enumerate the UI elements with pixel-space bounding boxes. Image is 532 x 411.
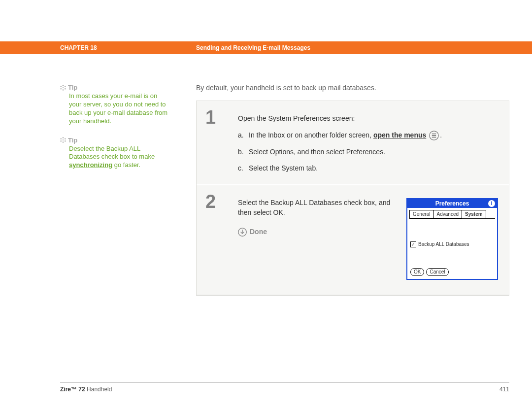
chapter-label: CHAPTER 18	[60, 44, 97, 51]
tip-text: In most cases your e-mail is on your ser…	[69, 92, 167, 125]
page: CHAPTER 18 Sending and Receiving E-mail …	[0, 0, 532, 411]
svg-point-0	[63, 85, 64, 86]
step-content: Select the Backup ALL Databases check bo…	[238, 185, 509, 295]
svg-point-7	[63, 137, 64, 138]
asterisk-icon	[60, 137, 66, 143]
svg-point-13	[63, 139, 64, 140]
tab-general[interactable]: General	[409, 210, 434, 218]
step-content: Open the System Preferences screen: a. I…	[238, 101, 509, 184]
ok-button[interactable]: OK	[410, 268, 424, 276]
steps-panel: 1 Open the System Preferences screen: a.…	[196, 101, 509, 296]
svg-point-4	[61, 88, 62, 89]
open-the-menus-link[interactable]: open the menus	[373, 131, 426, 139]
cancel-button[interactable]: Cancel	[426, 268, 448, 276]
tip: Tip In most cases your e-mail is on your…	[60, 84, 168, 126]
substep-body: In the Inbox or on another folder screen…	[249, 131, 442, 140]
substep-body: Select the System tab.	[249, 164, 318, 173]
brand-rest: Handheld	[85, 386, 112, 393]
substep-index: b.	[238, 147, 249, 157]
substep-pre: In the Inbox or on another folder screen…	[249, 131, 373, 139]
synchronizing-link[interactable]: synchronizing	[69, 161, 112, 169]
brand-bold: Zire™ 72	[60, 386, 85, 393]
tips-column: Tip In most cases your e-mail is on your…	[60, 84, 168, 180]
substep-body: Select Options, and then select Preferen…	[249, 147, 385, 157]
chapter-bar: CHAPTER 18 Sending and Receiving E-mail …	[0, 41, 532, 54]
tip-text-post: go faster.	[112, 161, 140, 169]
svg-point-12	[65, 140, 66, 141]
step-number: 2	[197, 185, 238, 295]
step-text: Select the Backup ALL Databases check bo…	[238, 198, 399, 217]
done-indicator: Done	[238, 227, 399, 237]
device-title: Preferences	[435, 200, 469, 208]
tip-header: Tip	[60, 84, 168, 91]
substep: b. Select Options, and then select Prefe…	[238, 147, 498, 157]
svg-point-10	[65, 138, 66, 139]
step: 1 Open the System Preferences screen: a.…	[197, 101, 509, 185]
svg-point-6	[63, 87, 64, 88]
tip-heading: Tip	[68, 137, 77, 144]
svg-point-8	[63, 141, 64, 142]
chapter-title: Sending and Receiving E-mail Messages	[196, 41, 310, 54]
svg-point-3	[65, 86, 66, 87]
step: 2 Select the Backup ALL Databases check …	[197, 185, 509, 295]
tip-heading: Tip	[68, 84, 77, 91]
brand: Zire™ 72 Handheld	[60, 386, 112, 393]
svg-point-5	[65, 88, 66, 89]
main-column: By default, your handheld is set to back…	[196, 84, 509, 296]
info-icon[interactable]: i	[488, 200, 495, 207]
tip: Tip Deselect the Backup ALL Databases ch…	[60, 137, 168, 170]
step-number: 1	[197, 101, 238, 184]
tab-system[interactable]: System	[462, 210, 486, 218]
device-buttons: OK Cancel	[407, 265, 497, 279]
asterisk-icon	[60, 85, 66, 91]
tip-body: Deselect the Backup ALL Databases check …	[69, 145, 168, 170]
down-arrow-icon	[238, 228, 247, 237]
lead-text: By default, your handheld is set to back…	[196, 84, 509, 92]
tip-body: In most cases your e-mail is on your ser…	[69, 92, 168, 126]
substep-index: a.	[238, 131, 249, 140]
device-body: ✓ Backup ALL Databases	[407, 219, 497, 265]
svg-point-11	[61, 140, 62, 141]
tip-text-pre: Deselect the Backup ALL Databases check …	[69, 145, 155, 161]
tip-header: Tip	[60, 137, 168, 144]
substep-index: c.	[238, 164, 249, 173]
checkbox-label: Backup ALL Databases	[418, 241, 469, 248]
svg-point-1	[63, 89, 64, 90]
device-titlebar: Preferences i	[407, 199, 497, 208]
checkbox-box: ✓	[410, 241, 416, 247]
done-label: Done	[250, 227, 267, 237]
svg-point-2	[61, 86, 62, 87]
substep: a. In the Inbox or on another folder scr…	[238, 131, 498, 140]
substep-tail: .	[440, 131, 442, 139]
preferences-screenshot: Preferences i General Advanced System ✓	[406, 198, 498, 280]
substep: c. Select the System tab.	[238, 164, 498, 173]
menu-icon	[429, 131, 439, 140]
page-number: 411	[499, 386, 509, 393]
step-title: Open the System Preferences screen:	[238, 114, 498, 124]
device-tabs: General Advanced System	[409, 210, 495, 219]
backup-all-databases-checkbox[interactable]: ✓ Backup ALL Databases	[410, 241, 469, 248]
tab-advanced[interactable]: Advanced	[433, 210, 462, 218]
svg-point-9	[61, 138, 62, 139]
substep-post	[426, 131, 428, 139]
footer: Zire™ 72 Handheld 411	[60, 382, 509, 393]
